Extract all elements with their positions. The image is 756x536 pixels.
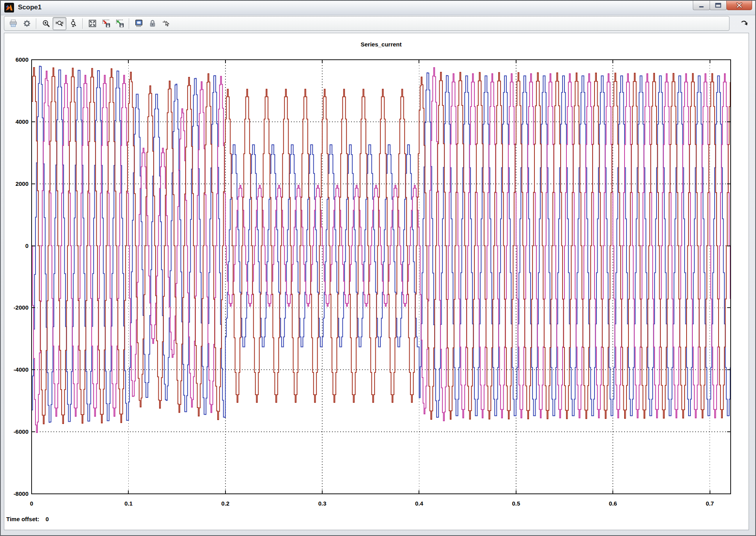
x-tick-label: 0.3: [318, 500, 327, 507]
parameters-button[interactable]: [20, 17, 34, 30]
autoscale-button[interactable]: [85, 17, 99, 30]
floating-scope-icon: [135, 19, 143, 28]
lock-icon: [148, 19, 157, 28]
y-tick-label: -2000: [14, 304, 28, 311]
y-tick-label: -8000: [14, 490, 28, 497]
gear-icon: [23, 19, 31, 28]
dock-scope-button[interactable]: [739, 18, 751, 28]
dock-arrow-icon: [740, 19, 749, 28]
zoom-y-button[interactable]: [66, 17, 80, 30]
x-tick-label: 0.7: [706, 500, 714, 507]
toolbar-separator: [82, 18, 83, 29]
zoom-x-icon: [55, 19, 64, 28]
scope-canvas: Series_current 00.10.20.30.40.50.60.7600…: [4, 33, 749, 530]
x-tick-label: 0.4: [415, 500, 424, 507]
matlab-logo-icon: [4, 3, 14, 12]
save-axes-button[interactable]: [99, 17, 113, 30]
y-tick-label: 6000: [16, 56, 28, 63]
y-tick-label: 4000: [16, 118, 28, 125]
zoom-button[interactable]: [39, 17, 53, 30]
signal-selection-icon: [162, 19, 170, 28]
x-tick-label: 0.1: [124, 500, 133, 507]
x-tick-label: 0.6: [609, 500, 617, 507]
titlebar[interactable]: Scope1: [1, 1, 755, 15]
toolbar-separator: [36, 18, 37, 29]
y-tick-label: 0: [25, 242, 28, 249]
close-icon: [727, 1, 752, 10]
scope-window: Scope1: [0, 0, 756, 536]
print-button[interactable]: [6, 17, 20, 30]
minimize-button[interactable]: [693, 1, 710, 10]
y-tick-label: -6000: [14, 428, 28, 435]
close-button[interactable]: [726, 1, 752, 10]
zoom-y-icon: [69, 19, 78, 28]
y-tick-label: 2000: [16, 180, 28, 187]
time-offset-label: Time offset:: [6, 516, 39, 522]
toolbar-separator: [129, 18, 130, 29]
signal-selection-button[interactable]: [159, 17, 173, 30]
printer-icon: [9, 19, 18, 28]
minimize-icon: [693, 1, 710, 10]
zoom-x-button[interactable]: [53, 17, 66, 30]
maximize-icon: [710, 1, 726, 10]
scope-plot[interactable]: 00.10.20.30.40.50.60.76000400020000-2000…: [4, 33, 749, 530]
floating-scope-button[interactable]: [132, 17, 146, 30]
x-tick-label: 0.5: [512, 500, 520, 507]
time-offset-value: 0: [46, 516, 49, 522]
restore-axes-button[interactable]: [113, 17, 126, 30]
window-controls: [693, 1, 752, 10]
time-offset-status: Time offset:0: [6, 516, 49, 522]
x-tick-label: 0: [30, 500, 33, 507]
autoscale-icon: [88, 19, 97, 28]
zoom-icon: [42, 19, 50, 28]
x-tick-label: 0.2: [221, 500, 229, 507]
toolbar: [4, 16, 729, 31]
restore-axes-icon: [115, 19, 124, 28]
window-title: Scope1: [18, 4, 41, 11]
y-tick-label: -4000: [14, 366, 28, 373]
maximize-button[interactable]: [710, 1, 727, 10]
save-axes-icon: [102, 19, 110, 28]
lock-axes-button[interactable]: [146, 17, 159, 30]
